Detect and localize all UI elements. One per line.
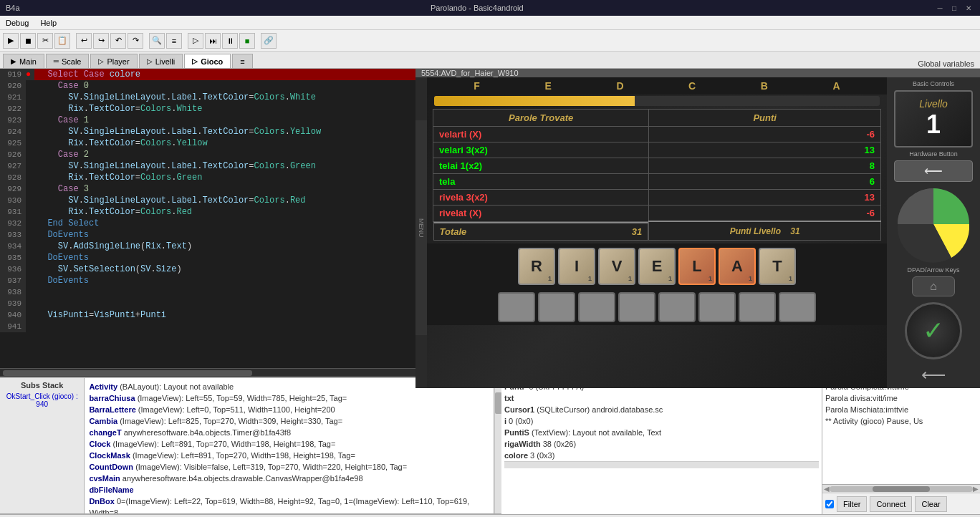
- tb-btn-12[interactable]: ⏭: [205, 33, 221, 49]
- current-word-row[interactable]: R1 I1 V1 E1 L1 A1 T1: [427, 243, 887, 289]
- livello-display: Livello 1: [894, 90, 973, 148]
- subs-stack-value[interactable]: OkStart_Click (gioco) : 940: [3, 392, 81, 408]
- line-content-936: SV.SetSelection(SV.Size): [34, 264, 415, 275]
- code-area[interactable]: 919 ● Select Case colore 920 Case 0 921 …: [0, 69, 415, 368]
- tab-livelli-label: Livelli: [155, 57, 176, 66]
- line-num-936: 936: [0, 264, 26, 275]
- line-num-924: 924: [0, 126, 26, 137]
- right-log-line-4: ** Activity (gioco) Pause, Us: [825, 415, 977, 427]
- score-cell: -6: [649, 127, 881, 142]
- right-log-scrollbar[interactable]: ◀ ▶: [822, 484, 980, 493]
- close-button[interactable]: ✕: [963, 2, 974, 14]
- scroll-right-btn[interactable]: ▶: [973, 485, 979, 493]
- line-num-920: 920: [0, 80, 26, 92]
- line-content-922: Rix.TextColor=Colors.White: [34, 103, 415, 115]
- tb-btn-5[interactable]: ↩: [76, 33, 92, 49]
- line-content-935: DoEvents: [34, 252, 415, 264]
- log-PuntiS: PuntiS (TextView): Layout not available,…: [504, 427, 819, 438]
- tab-gioco[interactable]: ▷ Gioco: [184, 54, 231, 68]
- filter-button[interactable]: Filter: [837, 496, 867, 512]
- tb-btn-14[interactable]: ■: [239, 33, 255, 49]
- maximize-button[interactable]: □: [948, 2, 960, 14]
- back-arrow-button[interactable]: ⟵: [921, 365, 946, 385]
- minimize-button[interactable]: ─: [934, 2, 946, 14]
- line-content-923: Case 1: [34, 115, 415, 126]
- line-num-933: 933: [0, 229, 26, 241]
- var-changeT: changeT anywheresoftware.b4a.objects.Tim…: [87, 427, 491, 438]
- code-line-936: 936 SV.SetSelection(SV.Size): [0, 264, 415, 275]
- right-log-scroll-thumb[interactable]: [873, 486, 930, 492]
- app-icon: B4a: [6, 4, 20, 12]
- vars-scrollbar[interactable]: [494, 378, 501, 513]
- game-header-letters: F E D C B A: [427, 77, 887, 95]
- menu-help[interactable]: Help: [37, 19, 59, 27]
- code-hscrollbar[interactable]: [0, 368, 415, 377]
- emulator-title: 5554:AVD_for_Haier_W910: [421, 69, 519, 77]
- line-num-938: 938: [0, 286, 26, 298]
- menubar: Debug Help: [0, 16, 980, 30]
- tb-btn-1[interactable]: ▶: [3, 33, 19, 49]
- tb-btn-13[interactable]: ⏸: [222, 33, 238, 49]
- bottom-tabs: ☰ Modules 📄 Files 📋 Logs 📚 Libs: [0, 514, 980, 517]
- tab-livelli[interactable]: ▷ Livelli: [139, 54, 183, 68]
- scroll-left-btn[interactable]: ◀: [824, 485, 830, 493]
- tile-E[interactable]: E1: [638, 248, 676, 285]
- letter-F: F: [474, 80, 480, 92]
- right-log-line-3: Parola Mischiata:imttvie: [825, 404, 977, 415]
- tab-more[interactable]: ≡: [232, 54, 252, 68]
- menu-debug[interactable]: Debug: [3, 19, 32, 27]
- letter-D: D: [616, 80, 623, 92]
- connect-button[interactable]: Connect: [870, 496, 912, 512]
- check-button[interactable]: ✓: [905, 302, 962, 359]
- middle-log-scrollbar[interactable]: [504, 461, 819, 468]
- tab-player[interactable]: ▷ Player: [90, 54, 137, 68]
- var-cvsMain: cvsMain anywheresoftware.b4a.objects.dra…: [87, 473, 491, 484]
- tile-L[interactable]: L1: [678, 248, 716, 285]
- tb-btn-10[interactable]: ≡: [166, 33, 182, 49]
- emulator-titlebar: 5554:AVD_for_Haier_W910: [415, 69, 980, 77]
- tb-btn-6[interactable]: ↪: [93, 33, 109, 49]
- window-title: Parolando - Basic4android: [20, 4, 934, 12]
- tile-T[interactable]: T1: [759, 248, 796, 285]
- table-row: rivelat (X) -6: [433, 206, 881, 222]
- line-content-925: Rix.TextColor=Colors.Yellow: [34, 137, 415, 149]
- tb-btn-7[interactable]: ↶: [110, 33, 126, 49]
- line-num-923: 923: [0, 115, 26, 126]
- tb-btn-3[interactable]: ✂: [37, 33, 53, 49]
- tile-I[interactable]: I1: [558, 248, 595, 285]
- tile-A[interactable]: A1: [719, 248, 756, 285]
- tile-R[interactable]: R1: [518, 248, 555, 285]
- hw-back-button[interactable]: ⟵: [894, 160, 973, 182]
- home-button[interactable]: ⌂: [912, 276, 955, 296]
- subs-stack-panel: Subs Stack OkStart_Click (gioco) : 940: [0, 378, 85, 513]
- tab-main-icon: ▶: [11, 57, 16, 65]
- tab-main[interactable]: ▶ Main: [3, 54, 44, 68]
- tab-scale[interactable]: ═ Scale: [46, 54, 90, 68]
- tab-livelli-icon: ▷: [147, 57, 153, 65]
- tb-btn-15[interactable]: 🔗: [261, 33, 277, 49]
- var-CountDown: CountDown (ImageView): Visible=false, Le…: [87, 461, 491, 473]
- word-cell: rivela 3(x2): [433, 190, 649, 206]
- right-log-scroll-track[interactable]: [830, 486, 973, 492]
- code-line-934: 934 SV.AddSingleLine(Rix.Text): [0, 241, 415, 252]
- emulator-panel: 5554:AVD_for_Haier_W910 MENU F E D C B A: [415, 69, 980, 377]
- tb-btn-8[interactable]: ↷: [128, 33, 143, 49]
- right-log-panel: Parola Completa:vittime Parola divisa:vi…: [822, 378, 980, 514]
- empty-tile-1: [498, 292, 535, 322]
- empty-tile-2: [538, 292, 575, 322]
- line-content-931: Rix.TextColor=Colors.Red: [34, 206, 415, 218]
- tb-btn-2[interactable]: ⏹: [20, 33, 36, 49]
- tb-btn-9[interactable]: 🔍: [149, 33, 165, 49]
- tb-btn-4[interactable]: 📋: [54, 33, 70, 49]
- log-txt: txt: [504, 392, 819, 404]
- code-line-935: 935 DoEvents: [0, 252, 415, 264]
- empty-tile-3: [578, 292, 615, 322]
- code-line-920: 920 Case 0: [0, 80, 415, 92]
- filter-checkbox[interactable]: [825, 500, 834, 508]
- letter-E: E: [544, 80, 551, 92]
- clear-button[interactable]: Clear: [915, 496, 946, 512]
- tile-V[interactable]: V1: [598, 248, 635, 285]
- line-num-921: 921: [0, 92, 26, 103]
- tb-btn-11[interactable]: ▷: [188, 33, 203, 49]
- main-content: 919 ● Select Case colore 920 Case 0 921 …: [0, 69, 980, 377]
